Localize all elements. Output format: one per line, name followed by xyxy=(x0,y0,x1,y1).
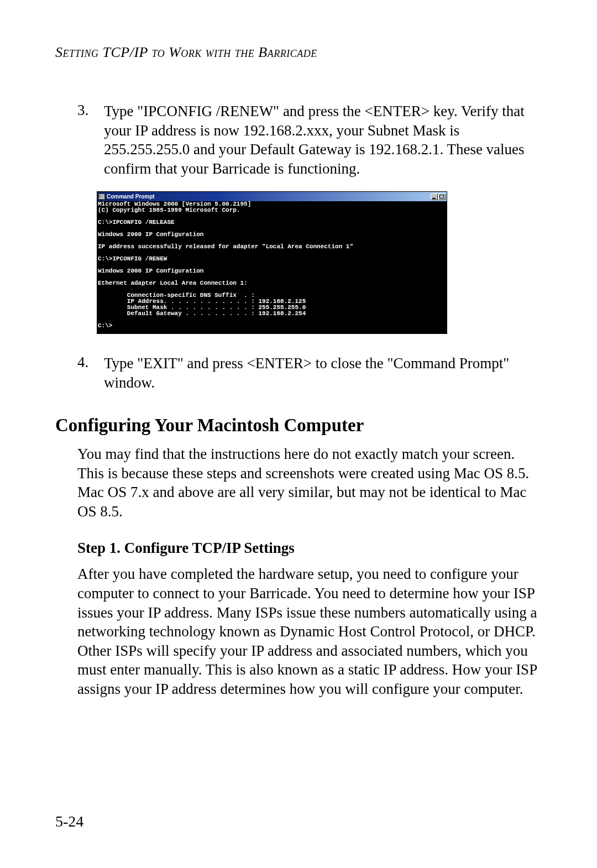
ordered-list-item-3: 3. Type "IPCONFIG /RENEW" and press the … xyxy=(77,102,542,178)
list-number: 3. xyxy=(77,102,104,178)
body-paragraph: After you have completed the hardware se… xyxy=(77,564,542,698)
section-heading: Configuring Your Macintosh Computer xyxy=(55,415,542,436)
page-number: 5-24 xyxy=(55,813,83,830)
maximize-button[interactable] xyxy=(438,194,446,200)
page: Setting TCP/IP to Work with the Barricad… xyxy=(0,0,597,868)
titlebar-left: C:\ Command Prompt xyxy=(98,194,155,200)
command-prompt-titlebar: C:\ Command Prompt xyxy=(97,192,447,201)
subsection-heading: Step 1. Configure TCP/IP Settings xyxy=(77,540,542,557)
minimize-icon xyxy=(432,198,436,199)
command-prompt-icon: C:\ xyxy=(98,194,105,200)
body-paragraph: You may find that the instructions here … xyxy=(77,445,542,521)
command-prompt-window: C:\ Command Prompt Microsoft Windows 200… xyxy=(97,191,447,334)
running-header: Setting TCP/IP to Work with the Barricad… xyxy=(55,44,542,61)
list-text: Type "EXIT" and press <ENTER> to close t… xyxy=(104,354,542,392)
window-title: Command Prompt xyxy=(107,194,155,200)
list-text: Type "IPCONFIG /RENEW" and press the <EN… xyxy=(104,102,542,178)
window-controls xyxy=(431,194,446,200)
command-prompt-output: Microsoft Windows 2000 [Version 5.00.219… xyxy=(97,201,447,333)
list-number: 4. xyxy=(77,354,104,392)
ordered-list-item-4: 4. Type "EXIT" and press <ENTER> to clos… xyxy=(77,354,542,392)
minimize-button[interactable] xyxy=(431,194,438,200)
maximize-icon xyxy=(439,195,444,198)
